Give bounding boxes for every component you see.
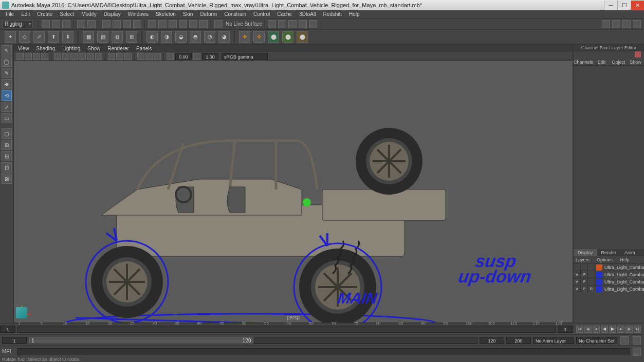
undo-icon[interactable] (77, 20, 85, 28)
redo-icon[interactable] (87, 20, 96, 28)
render-globals-icon[interactable] (309, 20, 317, 28)
vp-film-icon[interactable] (41, 53, 48, 60)
close-button[interactable]: ✕ (631, 1, 644, 10)
vp-lights-icon[interactable] (87, 53, 94, 60)
layout-four-icon[interactable]: ⊞ (2, 140, 12, 150)
layer-ref-toggle[interactable] (588, 264, 595, 271)
shelf-sculpt-icon[interactable]: ◔ (204, 31, 215, 43)
vp-xrayjoint-icon[interactable] (124, 53, 132, 60)
vp-grid-icon[interactable] (54, 53, 61, 60)
vp-menu-show[interactable]: Show (87, 46, 100, 51)
viewcube-icon[interactable] (16, 307, 27, 318)
select-mode-icon[interactable] (102, 20, 111, 28)
cb-tab-channels[interactable]: Channels (574, 59, 593, 65)
vp-camera-icon[interactable] (16, 53, 24, 60)
range-track[interactable]: 1 120 (29, 337, 477, 344)
menu-3dtoall[interactable]: 3DtoAll (296, 11, 319, 17)
panel-layout3-icon[interactable] (622, 20, 631, 28)
scale-tool-icon[interactable]: ⤢ (2, 102, 12, 112)
vp-safe-icon[interactable] (154, 53, 161, 60)
menu-redshift[interactable]: Redshift (319, 11, 345, 17)
layer-vis-toggle[interactable] (574, 264, 581, 271)
layer-color-swatch[interactable] (596, 264, 602, 271)
menu-constrain[interactable]: Constrain (220, 11, 250, 17)
open-scene-icon[interactable] (52, 20, 60, 28)
layer-tab-anim[interactable]: Anim (620, 249, 639, 256)
layer-color-swatch[interactable] (596, 272, 602, 278)
select-tool-icon[interactable]: ↖ (2, 45, 12, 55)
menu-windows[interactable]: Windows (124, 11, 152, 17)
range-outer-end-field[interactable]: 200 (506, 337, 531, 344)
shelf-lattice-icon[interactable]: ⊞ (126, 31, 137, 43)
vp-isolate-icon[interactable] (108, 53, 115, 60)
vp-menu-shading[interactable]: Shading (36, 46, 56, 51)
cb-tab-object[interactable]: Object (610, 59, 627, 65)
maximize-button[interactable]: ☐ (617, 1, 631, 10)
panel-layout4-icon[interactable] (633, 20, 641, 28)
minimize-button[interactable]: ─ (604, 1, 617, 10)
shelf-bind-icon[interactable]: ▦ (83, 31, 94, 43)
menu-file[interactable]: File (2, 11, 17, 17)
layer-vis-toggle[interactable]: V (574, 271, 581, 278)
vp-exposure-icon[interactable] (167, 53, 174, 60)
layer-playback-toggle[interactable]: P (581, 285, 588, 292)
last-tool-icon[interactable]: ▭ (2, 113, 12, 123)
menu-modify[interactable]: Modify (78, 11, 100, 17)
rotate-tool-icon[interactable]: ⟲ (2, 90, 12, 101)
snap-plane-icon[interactable] (179, 20, 187, 28)
snap-point-icon[interactable] (169, 20, 177, 28)
layer-ref-toggle[interactable]: R (588, 285, 595, 292)
shelf-muscle-icon[interactable]: ⬤ (282, 31, 293, 43)
layer-vis-toggle[interactable]: V (574, 278, 581, 285)
layer-tab-render[interactable]: Render (597, 249, 621, 256)
shelf-fk-icon[interactable]: ⬇ (62, 31, 73, 43)
menu-cache[interactable]: Cache (273, 11, 296, 17)
vp-gamma-icon[interactable] (193, 53, 200, 60)
module-selector[interactable]: Rigging (2, 20, 33, 28)
vp-xray-icon[interactable] (116, 53, 123, 60)
select-mode4-icon[interactable] (133, 20, 141, 28)
shelf-weights-icon[interactable]: ◍ (112, 31, 123, 43)
layer-playback-toggle[interactable]: P (581, 278, 588, 285)
layer-menu-help[interactable]: Help (620, 256, 630, 263)
menu-skin[interactable]: Skin (179, 11, 196, 17)
layout-two-icon[interactable]: ⊟ (2, 151, 12, 161)
menu-help[interactable]: Help (345, 11, 363, 17)
new-scene-icon[interactable] (42, 20, 50, 28)
paint-tool-icon[interactable]: ✎ (2, 68, 12, 78)
shelf-wire-icon[interactable]: ◓ (190, 31, 201, 43)
shelf-constraint2-icon[interactable]: ✜ (253, 31, 265, 43)
go-end-button[interactable]: ▸| (634, 326, 641, 333)
shelf-constraint1-icon[interactable]: ✚ (239, 31, 250, 43)
vp-image-icon[interactable] (33, 53, 40, 60)
panel-layout1-icon[interactable] (602, 20, 610, 28)
viewport-canvas[interactable]: susp up-down MAIN persp (14, 61, 573, 322)
shelf-mirror-icon[interactable]: ◇ (19, 31, 30, 43)
time-end-field[interactable]: 1 (558, 326, 573, 333)
shelf-pose-icon[interactable]: ⬤ (297, 31, 308, 43)
save-scene-icon[interactable] (62, 20, 70, 28)
character-set-dropdown[interactable]: No Character Set (576, 337, 617, 344)
layer-playback-toggle[interactable]: P (581, 271, 588, 278)
layer-row[interactable]: VPUltra_Light_Combat_V (574, 271, 644, 278)
autokey-icon[interactable] (620, 336, 629, 345)
vp-menu-renderer[interactable]: Renderer (107, 46, 129, 51)
layer-row[interactable]: VPUltra_Light_Combat_V (574, 278, 644, 285)
menu-select[interactable]: Select (56, 11, 78, 17)
step-back-key-button[interactable]: ◂| (584, 326, 592, 333)
time-track[interactable]: 1510152025303540455055606570758085909510… (17, 326, 556, 333)
lasso-tool-icon[interactable]: ◯ (2, 56, 12, 67)
move-tool-icon[interactable]: ✥ (2, 79, 12, 89)
vp-shadows-icon[interactable] (95, 53, 102, 60)
vp-wireframe-icon[interactable] (62, 53, 69, 60)
shelf-jiggle-icon[interactable]: ◕ (218, 31, 230, 43)
history-icon[interactable] (268, 20, 276, 28)
layer-color-swatch[interactable] (596, 279, 602, 285)
prefs-icon[interactable] (633, 336, 641, 345)
snap-live-icon[interactable] (189, 20, 197, 28)
vp-resolution-icon[interactable] (137, 53, 144, 60)
cb-tab-show[interactable]: Show (627, 59, 644, 65)
panel-layout2-icon[interactable] (612, 20, 620, 28)
render-settings-icon[interactable] (299, 20, 307, 28)
menu-control[interactable]: Control (250, 11, 273, 17)
